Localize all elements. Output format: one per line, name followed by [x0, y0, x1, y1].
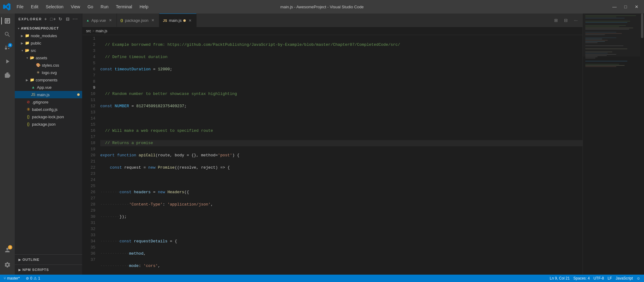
- tree-app-vue[interactable]: ▶ ▲ App.vue: [15, 84, 82, 91]
- sidebar-header-actions: + □+ ↻ ⊟ ···: [43, 16, 78, 22]
- new-file-button[interactable]: +: [43, 16, 49, 22]
- folder-arrow: ▶: [20, 41, 25, 45]
- more-tabs-button[interactable]: ···: [571, 16, 580, 25]
- tree-label-logo-svg: logo.svg: [42, 70, 80, 75]
- close-button[interactable]: ✕: [632, 2, 642, 12]
- minimize-button[interactable]: —: [610, 2, 619, 12]
- editor-layout-button[interactable]: ⊟: [562, 16, 570, 25]
- npm-scripts-header[interactable]: ▶ NPM SCRIPTS: [15, 266, 82, 273]
- expand-arrow: ▾: [16, 26, 21, 31]
- language-label: JavaScript: [616, 276, 633, 280]
- npm-scripts-section: ▶ NPM SCRIPTS: [15, 264, 82, 275]
- vue-file-icon: ▲: [31, 85, 36, 90]
- tab-main-js[interactable]: JS main.js ✕: [159, 14, 197, 27]
- extensions-activity-icon[interactable]: [1, 69, 14, 81]
- menu-edit[interactable]: Edit: [28, 3, 42, 10]
- js-tab-icon: JS: [163, 19, 167, 22]
- source-control-activity-icon[interactable]: 8: [1, 42, 14, 54]
- cursor-position-status[interactable]: Ln 9, Col 21: [549, 275, 571, 282]
- run-activity-icon[interactable]: [1, 55, 14, 68]
- account-activity-icon[interactable]: 2: [1, 244, 14, 256]
- npm-scripts-label: NPM SCRIPTS: [22, 268, 49, 272]
- tab-label-package-json: package.json: [125, 18, 149, 23]
- split-editor-button[interactable]: ⊞: [552, 16, 560, 25]
- tab-app-vue[interactable]: ▲ App.vue ✕: [82, 14, 117, 27]
- encoding-status[interactable]: UTF-8: [592, 275, 605, 282]
- right-panel: [582, 14, 644, 275]
- vscode-logo: [0, 0, 14, 14]
- folder-open-icon: 📂: [25, 48, 30, 53]
- tree-label-package-lock: package-lock.json: [32, 115, 80, 119]
- tree-assets[interactable]: ▾ 📂 assets: [15, 54, 82, 61]
- collapse-all-button[interactable]: ⊟: [65, 16, 71, 22]
- tree-src[interactable]: ▾ 📂 src: [15, 47, 82, 54]
- minimap[interactable]: [583, 14, 644, 275]
- new-folder-button[interactable]: □+: [50, 16, 56, 22]
- outline-header[interactable]: ▶ OUTLINE: [15, 256, 82, 263]
- cursor-position-label: Ln 9, Col 21: [550, 276, 570, 280]
- errors-status[interactable]: ⊘ 0 ⚠ 1: [25, 275, 41, 282]
- tab-label-app-vue: App.vue: [91, 18, 106, 23]
- tab-actions: ⊞ ⊟ ···: [552, 16, 582, 25]
- breadcrumb-src[interactable]: src: [86, 29, 91, 33]
- tree-main-js[interactable]: ▶ JS main.js: [15, 91, 82, 98]
- tree-gitignore[interactable]: ▶ ⊘ .gitignore: [15, 98, 82, 106]
- menu-view[interactable]: View: [68, 3, 83, 10]
- git-branch-status[interactable]: ⑂ master*: [2, 275, 21, 282]
- json-file-icon: {}: [26, 114, 31, 119]
- menu-file[interactable]: File: [14, 3, 27, 10]
- outline-section: ▶ OUTLINE: [15, 254, 82, 264]
- tree-node-modules[interactable]: ▶ 📁 node_modules: [15, 32, 82, 39]
- tab-label-main-js: main.js: [169, 18, 181, 23]
- babel-file-icon: ⑧: [26, 107, 31, 112]
- tree-package-json[interactable]: ▶ {} package.json: [15, 120, 82, 128]
- tree-label-gitignore: .gitignore: [32, 100, 80, 104]
- menu-selection[interactable]: Selection: [43, 3, 67, 10]
- tree-components[interactable]: ▶ 📁 components: [15, 76, 82, 84]
- tree-label-components: components: [36, 78, 80, 82]
- folder-arrow: ▾: [25, 55, 30, 60]
- tab-bar: ▲ App.vue ✕ {} package.json ✕ JS main.js…: [82, 14, 582, 27]
- tree-package-lock[interactable]: ▶ {} package-lock.json: [15, 113, 82, 120]
- settings-activity-icon[interactable]: [1, 259, 14, 271]
- menu-run[interactable]: Run: [97, 3, 112, 10]
- menu-terminal[interactable]: Terminal: [113, 3, 135, 10]
- activity-bar: 8 2: [0, 14, 15, 275]
- tab-package-json[interactable]: {} package.json ✕: [117, 14, 159, 27]
- tab-close-app-vue[interactable]: ✕: [108, 18, 113, 23]
- folder-open-icon: 📂: [30, 55, 34, 60]
- search-activity-icon[interactable]: [1, 28, 14, 41]
- editor-area: ▲ App.vue ✕ {} package.json ✕ JS main.js…: [82, 14, 582, 275]
- code-editor[interactable]: 12345 678910 1112131415 1617181920 21222…: [82, 35, 582, 275]
- tree-label-assets: assets: [36, 56, 80, 60]
- sidebar-header: EXPLORER + □+ ↻ ⊟ ···: [15, 14, 82, 25]
- modified-dot: [77, 93, 80, 96]
- menu-help[interactable]: Help: [137, 3, 152, 10]
- title-actions: — □ ✕: [610, 2, 644, 12]
- tree-label-app-vue: App.vue: [37, 85, 80, 90]
- project-root[interactable]: ▾ AWESOMEPROJECT: [15, 25, 82, 32]
- menu-go[interactable]: Go: [84, 3, 96, 10]
- refresh-explorer-button[interactable]: ↻: [58, 16, 64, 22]
- eol-status[interactable]: LF: [606, 275, 613, 282]
- tree-babel-config[interactable]: ▶ ⑧ babel.config.js: [15, 106, 82, 113]
- tree-public[interactable]: ▶ 📁 public: [15, 39, 82, 47]
- breadcrumb-file[interactable]: main.js: [96, 29, 107, 33]
- explorer-icon[interactable]: [1, 15, 14, 27]
- sidebar-title: EXPLORER: [18, 17, 42, 21]
- scrollbar-thumb[interactable]: [641, 14, 643, 38]
- more-actions-button[interactable]: ···: [72, 16, 78, 22]
- tree-logo-svg[interactable]: ▶ ✳ logo.svg: [15, 69, 82, 76]
- tab-close-package-json[interactable]: ✕: [150, 18, 155, 23]
- language-status[interactable]: JavaScript: [614, 275, 634, 282]
- maximize-button[interactable]: □: [621, 2, 630, 12]
- tree-label-src: src: [31, 48, 80, 53]
- indentation-status[interactable]: Spaces: 4: [572, 275, 591, 282]
- tree-styles-css[interactable]: ▶ 🎨 styles.css: [15, 61, 82, 69]
- scrollbar-track[interactable]: [640, 14, 644, 275]
- tab-close-main-js[interactable]: ✕: [188, 18, 193, 23]
- code-content[interactable]: // Example borrowed from: https://github…: [98, 35, 582, 275]
- project-name-label: AWESOMEPROJECT: [21, 26, 80, 30]
- feedback-status[interactable]: ☺: [635, 275, 642, 282]
- json-tab-icon: {}: [121, 18, 123, 22]
